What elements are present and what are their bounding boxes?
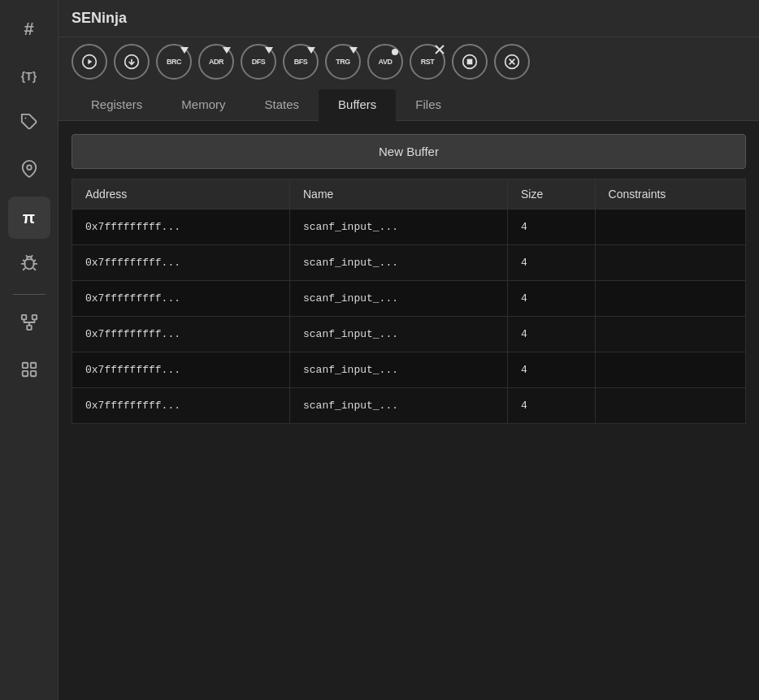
cell-constraints bbox=[595, 245, 745, 281]
tab-files[interactable]: Files bbox=[396, 89, 461, 121]
cell-address: 0x7fffffffff... bbox=[72, 281, 290, 317]
sidebar-item-graph[interactable] bbox=[8, 350, 50, 392]
bug-icon bbox=[20, 254, 38, 276]
rst-x-icon bbox=[434, 44, 445, 55]
sidebar-item-pin[interactable] bbox=[8, 149, 50, 192]
graph-icon bbox=[20, 361, 38, 382]
avd-button[interactable]: AVD bbox=[367, 44, 403, 80]
svg-marker-15 bbox=[265, 47, 273, 54]
sidebar: # {T} π bbox=[0, 0, 59, 700]
svg-point-1 bbox=[27, 165, 32, 170]
tab-bar: Registers Memory States Buffers Files bbox=[59, 89, 759, 121]
cell-address: 0x7fffffffff... bbox=[72, 245, 290, 281]
sidebar-item-network[interactable] bbox=[8, 303, 50, 345]
table-row[interactable]: 0x7fffffffff...scanf_input_...4 bbox=[72, 388, 746, 424]
cell-size: 4 bbox=[507, 388, 595, 424]
sidebar-item-hash[interactable]: # bbox=[8, 8, 50, 50]
tab-buffers[interactable]: Buffers bbox=[319, 89, 396, 121]
dfs-button[interactable]: DFS bbox=[241, 44, 276, 80]
tab-memory[interactable]: Memory bbox=[162, 89, 245, 121]
network-icon bbox=[20, 313, 38, 335]
cell-name: scanf_input_... bbox=[289, 281, 507, 317]
cell-address: 0x7fffffffff... bbox=[72, 210, 290, 245]
rst-button[interactable]: RST bbox=[410, 44, 445, 80]
code-icon: {T} bbox=[21, 70, 37, 83]
svg-rect-6 bbox=[30, 362, 35, 367]
play-icon bbox=[81, 54, 98, 70]
sidebar-item-bug[interactable] bbox=[8, 244, 50, 286]
bfs-button[interactable]: BFS bbox=[283, 44, 319, 80]
svg-marker-10 bbox=[88, 59, 92, 65]
sidebar-item-code[interactable]: {T} bbox=[8, 55, 50, 97]
svg-marker-17 bbox=[349, 47, 358, 54]
brc-button[interactable]: BRC bbox=[156, 44, 192, 80]
svg-rect-5 bbox=[22, 362, 27, 367]
adr-button[interactable]: ADR bbox=[198, 44, 234, 80]
adr-arrow bbox=[223, 47, 231, 55]
adr-label: ADR bbox=[209, 58, 223, 66]
download-button[interactable] bbox=[114, 44, 150, 80]
brc-label: BRC bbox=[167, 58, 181, 66]
table-row[interactable]: 0x7fffffffff...scanf_input_...4 bbox=[72, 352, 746, 388]
cell-constraints bbox=[595, 281, 745, 317]
col-header-address: Address bbox=[72, 179, 290, 210]
rst-label: RST bbox=[421, 58, 435, 66]
cell-address: 0x7fffffffff... bbox=[72, 352, 290, 388]
buffer-table: Address Name Size Constraints 0x7fffffff… bbox=[72, 179, 746, 424]
brc-arrow bbox=[180, 47, 189, 55]
cell-size: 4 bbox=[507, 352, 595, 388]
close-button[interactable] bbox=[494, 44, 530, 80]
svg-rect-7 bbox=[22, 370, 27, 375]
download-icon bbox=[124, 54, 140, 70]
run-button[interactable] bbox=[72, 44, 107, 80]
pi-icon: π bbox=[23, 209, 35, 227]
table-row[interactable]: 0x7fffffffff...scanf_input_...4 bbox=[72, 245, 746, 281]
close-icon bbox=[504, 54, 520, 70]
cell-name: scanf_input_... bbox=[289, 210, 507, 245]
cell-constraints bbox=[595, 352, 745, 388]
avd-label: AVD bbox=[379, 58, 393, 66]
table-header-row: Address Name Size Constraints bbox=[72, 179, 746, 210]
cell-size: 4 bbox=[507, 245, 595, 281]
table-row[interactable]: 0x7fffffffff...scanf_input_...4 bbox=[72, 317, 746, 352]
toolbar: BRC ADR DFS BFS TRG bbox=[59, 37, 759, 89]
sidebar-item-tag[interactable] bbox=[8, 102, 50, 145]
bfs-arrow bbox=[307, 47, 315, 55]
table-row[interactable]: 0x7fffffffff...scanf_input_...4 bbox=[72, 210, 746, 245]
trg-label: TRG bbox=[336, 58, 350, 66]
stop-icon bbox=[462, 54, 478, 70]
cell-name: scanf_input_... bbox=[289, 388, 507, 424]
cell-size: 4 bbox=[507, 210, 595, 245]
stop-button[interactable] bbox=[452, 44, 488, 80]
tab-registers[interactable]: Registers bbox=[72, 89, 162, 121]
avd-dot bbox=[392, 49, 398, 55]
svg-marker-16 bbox=[307, 47, 315, 54]
tab-states[interactable]: States bbox=[245, 89, 319, 121]
trg-arrow bbox=[349, 47, 358, 55]
pin-icon bbox=[20, 160, 38, 182]
new-buffer-button[interactable]: New Buffer bbox=[72, 134, 746, 169]
trg-button[interactable]: TRG bbox=[325, 44, 361, 80]
main-panel: SENinja BRC ADR bbox=[59, 0, 759, 700]
sidebar-divider bbox=[13, 294, 46, 295]
cell-name: scanf_input_... bbox=[289, 245, 507, 281]
app-title: SENinja bbox=[72, 10, 746, 27]
cell-name: scanf_input_... bbox=[289, 352, 507, 388]
svg-marker-14 bbox=[223, 47, 231, 54]
cell-name: scanf_input_... bbox=[289, 317, 507, 352]
sidebar-item-pi[interactable]: π bbox=[8, 197, 50, 239]
app-header: SENinja bbox=[59, 0, 759, 37]
cell-address: 0x7fffffffff... bbox=[72, 388, 290, 424]
cell-constraints bbox=[595, 210, 745, 245]
table-row[interactable]: 0x7fffffffff...scanf_input_...4 bbox=[72, 281, 746, 317]
cell-size: 4 bbox=[507, 317, 595, 352]
tag-icon bbox=[20, 113, 38, 135]
svg-rect-21 bbox=[467, 59, 473, 65]
col-header-size: Size bbox=[507, 179, 595, 210]
cell-address: 0x7fffffffff... bbox=[72, 317, 290, 352]
col-header-constraints: Constraints bbox=[595, 179, 745, 210]
svg-rect-8 bbox=[30, 370, 35, 375]
cell-constraints bbox=[595, 317, 745, 352]
bfs-label: BFS bbox=[294, 58, 308, 66]
cell-constraints bbox=[595, 388, 745, 424]
